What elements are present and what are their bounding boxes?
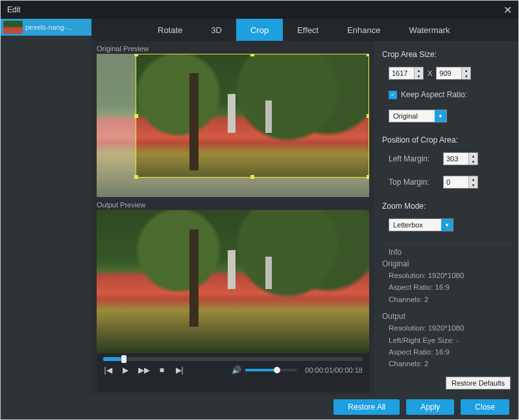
info-original-aspect: Aspect Ratio: 16:9 xyxy=(389,281,511,293)
left-margin-input[interactable]: 303 ▲▼ xyxy=(443,152,478,165)
seek-thumb[interactable] xyxy=(121,355,127,363)
apply-button[interactable]: Apply xyxy=(406,399,454,415)
tab-watermark[interactable]: Watermark xyxy=(394,19,464,41)
chevron-up-icon[interactable]: ▲ xyxy=(461,67,470,73)
preview-column: Original Preview xyxy=(91,41,374,395)
zoom-heading: Zoom Mode: xyxy=(382,202,511,211)
info-original-resolution: Resolution: 1920*1080 xyxy=(389,270,511,281)
crop-height-input[interactable]: 909 ▲▼ xyxy=(436,67,471,80)
volume-control: 🔊 xyxy=(231,365,297,375)
chevron-up-icon[interactable]: ▲ xyxy=(468,176,477,182)
content: Original Preview xyxy=(91,41,518,395)
main: Rotate 3D Crop Effect Enhance Watermark … xyxy=(91,19,518,419)
info-output-aspect: Aspect Ratio: 16:9 xyxy=(389,346,511,358)
left-margin-label: Left Margin: xyxy=(389,154,439,163)
restore-defaults-button[interactable]: Restore Defaults xyxy=(446,377,511,390)
restore-all-button[interactable]: Restore All xyxy=(333,399,400,415)
original-preview-label: Original Preview xyxy=(97,45,369,52)
chevron-down-icon[interactable]: ▼ xyxy=(461,73,470,79)
sidebar: pexels-nang-... xyxy=(1,19,91,419)
info-original-title: Original xyxy=(382,259,511,268)
keep-ratio-checkbox[interactable]: ✓ xyxy=(389,91,397,99)
stop-icon[interactable]: ■ xyxy=(157,365,167,375)
keep-ratio-label: Keep Aspect Ratio: xyxy=(401,90,467,99)
info-section: Info Original Resolution: 1920*1080 Aspe… xyxy=(382,243,511,370)
chevron-down-icon: ▼ xyxy=(435,110,446,122)
chevron-down-icon[interactable]: ▼ xyxy=(468,159,477,165)
prev-frame-icon[interactable]: |◀ xyxy=(103,365,113,375)
output-preview xyxy=(97,210,369,353)
volume-icon[interactable]: 🔊 xyxy=(231,365,241,375)
sidebar-item[interactable]: pexels-nang-... xyxy=(1,19,91,36)
next-frame-icon[interactable]: ▶| xyxy=(175,365,184,375)
crop-rectangle[interactable] xyxy=(136,54,369,178)
chevron-up-icon[interactable]: ▲ xyxy=(468,153,477,159)
titlebar: Edit ✕ xyxy=(1,1,518,19)
chevron-up-icon[interactable]: ▲ xyxy=(414,67,423,73)
ratio-select[interactable]: Original ▼ xyxy=(389,110,447,122)
output-preview-label: Output Preview xyxy=(97,201,369,209)
crop-size-heading: Crop Area Size: xyxy=(382,50,511,59)
top-margin-input[interactable]: 0 ▲▼ xyxy=(443,176,478,189)
footer: Restore All Apply Close xyxy=(91,395,518,419)
time-display: 00:00:01/00:00:18 xyxy=(305,366,363,374)
playback-controls: |◀ ▶ ▶▶ ■ ▶| 🔊 xyxy=(103,365,363,375)
close-button[interactable]: Close xyxy=(461,399,509,415)
tab-3d[interactable]: 3D xyxy=(197,19,236,41)
info-output-channels: Channels: 2 xyxy=(389,358,511,369)
top-margin-label: Top Margin: xyxy=(389,178,439,187)
x-separator: X xyxy=(428,69,432,77)
tab-effect[interactable]: Effect xyxy=(283,19,333,41)
tab-rotate[interactable]: Rotate xyxy=(143,19,197,41)
tabs: Rotate 3D Crop Effect Enhance Watermark xyxy=(91,19,518,41)
zoom-select[interactable]: Letterbox ▼ xyxy=(389,218,453,231)
original-preview[interactable] xyxy=(97,54,369,197)
close-icon[interactable]: ✕ xyxy=(503,4,512,16)
volume-slider[interactable] xyxy=(245,369,297,371)
tab-enhance[interactable]: Enhance xyxy=(333,19,394,41)
fast-forward-icon[interactable]: ▶▶ xyxy=(139,365,149,375)
edit-window: Edit ✕ pexels-nang-... Rotate 3D Crop Ef… xyxy=(0,0,519,420)
info-output-eyesize: Left/Right Eye Size: - xyxy=(389,334,511,346)
volume-thumb[interactable] xyxy=(274,367,280,373)
thumbnail-icon xyxy=(3,21,23,34)
play-icon[interactable]: ▶ xyxy=(121,365,130,375)
body: pexels-nang-... Rotate 3D Crop Effect En… xyxy=(1,19,518,419)
chevron-down-icon[interactable]: ▼ xyxy=(468,182,477,188)
info-output-title: Output xyxy=(382,312,511,321)
position-heading: Position of Crop Area: xyxy=(382,135,511,145)
info-heading: Info xyxy=(389,248,511,257)
seek-slider[interactable] xyxy=(103,357,363,361)
crop-width-input[interactable]: 1617 ▲▼ xyxy=(389,67,424,80)
info-original-channels: Channels: 2 xyxy=(389,294,511,305)
playback-bar: |◀ ▶ ▶▶ ■ ▶| 🔊 xyxy=(97,353,369,392)
info-output-resolution: Resolution: 1920*1080 xyxy=(389,322,511,334)
chevron-down-icon[interactable]: ▼ xyxy=(414,73,423,79)
tab-crop[interactable]: Crop xyxy=(236,19,283,41)
settings-panel: Crop Area Size: 1617 ▲▼ X 909 ▲▼ ✓ xyxy=(374,41,518,395)
sidebar-item-label: pexels-nang-... xyxy=(25,23,73,31)
window-title: Edit xyxy=(7,5,21,14)
chevron-down-icon: ▼ xyxy=(441,219,453,231)
